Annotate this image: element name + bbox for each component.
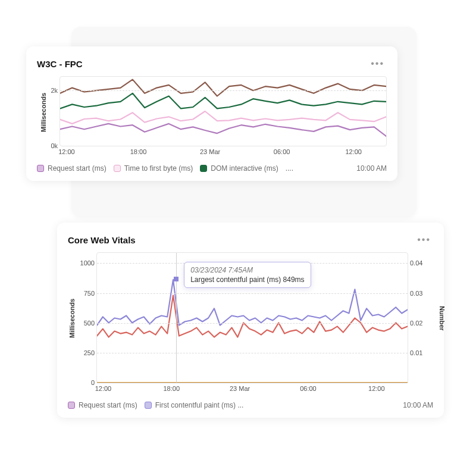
y-tick: 750	[84, 290, 97, 297]
y-tick-right: 0.01	[408, 349, 422, 356]
legend-item: Request start (ms)	[37, 164, 107, 173]
tooltip-vline	[176, 253, 177, 383]
gridline	[60, 90, 386, 91]
x-tick: 12:00	[95, 383, 112, 392]
chart-area[interactable]: 1000 750 500 250 0 0.04 0.03 0.02 0.01 1…	[96, 252, 408, 383]
legend-label: Time to first byte (ms)	[124, 164, 193, 173]
legend-swatch	[145, 402, 152, 409]
tooltip-date: 03/23/2024 7:45AM	[190, 266, 304, 274]
gridline-zero	[97, 383, 408, 383]
y-axis-label-left: Milliseconds	[68, 299, 76, 338]
y-tick: 2k	[51, 87, 60, 94]
x-tick: 12:00	[368, 383, 385, 392]
tooltip: 03/23/2024 7:45AM Largest contentful pai…	[184, 262, 311, 288]
card-title: W3C - FPC	[37, 59, 83, 69]
card-header: Core Web Vitals •••	[68, 233, 433, 246]
legend-item: First contentful paint (ms) ...	[145, 401, 244, 409]
legend-swatch	[114, 165, 121, 172]
gridline	[97, 293, 408, 294]
more-icon[interactable]: •••	[415, 233, 433, 246]
card-header: W3C - FPC •••	[37, 57, 387, 70]
x-tick: 18:00	[164, 383, 180, 392]
y-tick-right: 0.03	[408, 290, 422, 297]
more-icon[interactable]: •••	[368, 57, 387, 70]
x-tick: 06:00	[300, 383, 317, 392]
timestamp: 10:00 AM	[356, 164, 387, 173]
tooltip-text: Largest contentful paint (ms) 849ms	[190, 275, 304, 284]
x-tick: 23 Mar	[200, 146, 220, 155]
legend-label: Request start (ms)	[79, 401, 137, 409]
x-tick: 12:00	[58, 146, 75, 155]
card-title: Core Web Vitals	[68, 235, 136, 245]
chart-area[interactable]: 2k 0k 12:00 18:00 23 Mar 06:00 12:00	[60, 76, 387, 146]
legend-label: Request start (ms)	[48, 164, 107, 173]
legend-swatch	[200, 165, 207, 172]
tooltip-marker	[174, 277, 178, 281]
x-tick: 23 Mar	[230, 383, 250, 392]
y-tick-right: 0.04	[408, 259, 422, 267]
legend-label: First contentful paint (ms) ...	[155, 401, 244, 409]
legend-item: Time to first byte (ms)	[114, 164, 193, 173]
legend-item: DOM interactive (ms)	[200, 164, 278, 173]
legend-swatch	[68, 402, 75, 409]
y-tick-right: 0.02	[408, 320, 422, 327]
y-tick: 1000	[80, 259, 97, 267]
y-tick: 500	[84, 320, 97, 327]
legend-swatch	[37, 165, 44, 172]
gridline	[97, 323, 408, 324]
y-axis-label-right: Number	[439, 306, 446, 331]
x-tick: 18:00	[130, 146, 147, 155]
x-tick: 12:00	[345, 146, 362, 155]
y-axis-label: Milliseconds	[40, 93, 47, 132]
chart-svg	[60, 77, 386, 146]
card-core-web-vitals: Core Web Vitals ••• Milliseconds Number …	[57, 223, 444, 418]
legend: Request start (ms) Time to first byte (m…	[37, 164, 293, 173]
gridline	[97, 353, 408, 353]
legend-item: Request start (ms)	[68, 401, 137, 409]
x-tick: 06:00	[274, 146, 290, 155]
legend-overflow: ....	[286, 164, 293, 173]
legend-label: DOM interactive (ms)	[211, 164, 278, 173]
timestamp: 10:00 AM	[403, 401, 433, 409]
y-tick: 250	[84, 349, 97, 356]
card-w3c-fpc: W3C - FPC ••• Milliseconds 2k 0k 12:00 1…	[26, 46, 397, 181]
legend: Request start (ms) First contentful pain…	[68, 401, 243, 409]
